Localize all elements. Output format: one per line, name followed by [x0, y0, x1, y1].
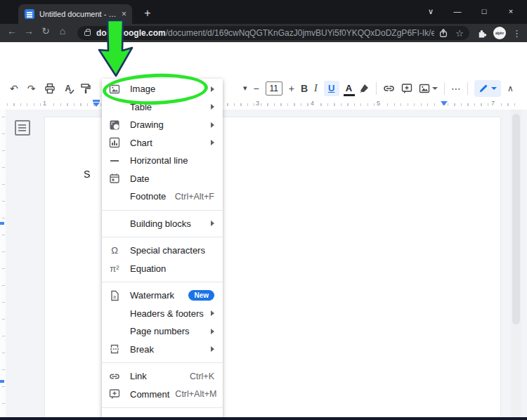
paint-format-icon[interactable] — [80, 83, 91, 94]
horizontal-ruler[interactable]: 1 2 3 4 5 6 7 — [0, 99, 527, 110]
insert-link-icon[interactable] — [383, 83, 395, 94]
submenu-arrow-icon — [211, 140, 214, 145]
bookmark-star-icon[interactable]: ☆ — [455, 28, 464, 39]
docs-favicon — [25, 9, 34, 19]
show-document-outline-icon[interactable] — [15, 120, 30, 136]
menu-item-label: Drawing — [130, 119, 205, 130]
menu-item-chart[interactable]: Chart — [102, 134, 223, 152]
link-icon — [109, 371, 120, 382]
window-controls: ∨ — □ × — [417, 0, 524, 22]
tab-search-icon[interactable]: ∨ — [417, 7, 444, 16]
redo-icon[interactable]: ↷ — [27, 83, 36, 94]
pencil-edit-icon — [479, 84, 488, 93]
menu-item-headers-footers[interactable]: Headers & footers — [102, 305, 223, 323]
more-toolbar-options-icon[interactable]: ⋯ — [451, 83, 461, 94]
bottom-margin-marker[interactable] — [0, 380, 4, 383]
add-comment-icon[interactable] — [401, 83, 412, 94]
document-text-fragment[interactable]: S — [84, 169, 90, 180]
extensions-puzzle-icon[interactable] — [476, 28, 487, 39]
menu-item-special-characters[interactable]: Ω Special characters — [102, 242, 223, 260]
hide-menus-chevron-icon[interactable]: ∧ — [507, 84, 514, 93]
styles-dropdown-caret-icon[interactable]: ▾ — [243, 84, 247, 93]
browser-menu-icon[interactable]: ⋮ — [512, 28, 526, 39]
text-color-button[interactable]: A — [346, 83, 352, 93]
ruler-number: 4 — [309, 100, 315, 107]
address-bar[interactable]: docs.google.com/document/d/169cwNqQGTKnG… — [77, 26, 469, 40]
decrease-font-size-button[interactable]: − — [254, 83, 259, 94]
url-domain: docs.google.com — [96, 28, 166, 38]
minimize-button[interactable]: — — [444, 7, 471, 15]
vertical-ruler[interactable] — [0, 110, 6, 420]
menu-item-comment[interactable]: Comment Ctrl+Alt+M — [102, 386, 223, 404]
vertical-scrollbar[interactable] — [511, 110, 521, 420]
editing-mode-button[interactable] — [474, 80, 501, 97]
highlight-color-icon[interactable] — [358, 83, 370, 94]
forward-icon[interactable]: → — [21, 25, 37, 37]
menu-item-label: Table — [130, 102, 205, 112]
date-icon — [109, 173, 120, 184]
menu-item-break[interactable]: Break — [102, 341, 223, 359]
bold-button[interactable]: B — [301, 83, 308, 94]
ruler-number: 3 — [254, 100, 261, 107]
menu-separator — [102, 237, 223, 237]
increase-font-size-button[interactable]: + — [289, 83, 294, 94]
undo-icon[interactable]: ↶ — [10, 83, 18, 94]
menu-item-building-blocks[interactable]: Building blocks — [102, 215, 223, 233]
insert-image-button[interactable] — [419, 83, 438, 94]
screenshot-bottom-border — [0, 417, 527, 420]
menu-item-equation[interactable]: π² Equation — [102, 260, 223, 278]
menu-item-shortcut: Ctrl+Alt+F — [175, 192, 214, 202]
page-url[interactable]: docs.google.com/document/d/169cwNqQGTKnG… — [96, 28, 434, 38]
maximize-button[interactable]: □ — [471, 7, 497, 15]
back-icon[interactable]: ← — [4, 25, 20, 37]
spellcheck-icon[interactable]: A — [65, 84, 71, 93]
ruler-number: 5 — [375, 100, 382, 107]
tab-title: Untitled document - Google Doc — [39, 10, 119, 18]
first-line-indent-marker[interactable] — [93, 100, 100, 102]
menu-item-table[interactable]: Table — [102, 98, 223, 117]
menu-item-drawing[interactable]: Drawing — [102, 116, 223, 134]
chevron-down-icon — [491, 87, 497, 90]
tab-close-icon[interactable]: × — [122, 9, 126, 19]
menu-item-link[interactable]: Link Ctrl+K — [102, 367, 223, 386]
underline-button[interactable]: U — [324, 81, 339, 96]
profile-avatar[interactable]: alphr — [493, 27, 506, 39]
new-tab-button[interactable]: + — [139, 6, 156, 22]
new-badge: New — [188, 290, 214, 301]
menu-item-watermark[interactable]: a Watermark New — [102, 287, 223, 305]
menu-item-footnote[interactable]: Footnote Ctrl+Alt+F — [102, 188, 223, 206]
menu-item-label: Break — [130, 344, 205, 355]
submenu-arrow-icon — [211, 346, 214, 352]
page-break-icon — [109, 343, 120, 355]
share-page-icon[interactable] — [438, 28, 448, 38]
menu-item-horizontal-line[interactable]: Horizontal line — [102, 152, 223, 170]
menu-item-shortcut: Ctrl+K — [190, 372, 214, 381]
print-icon[interactable] — [44, 83, 56, 94]
menu-item-image[interactable]: Image — [102, 80, 223, 98]
menu-item-date[interactable]: Date — [102, 170, 223, 188]
menu-separator — [102, 282, 223, 282]
menu-item-label: Page numbers — [130, 326, 205, 336]
left-indent-marker[interactable] — [93, 103, 100, 107]
comment-icon — [109, 388, 120, 400]
menu-item-page-numbers[interactable]: Page numbers — [102, 322, 223, 341]
reload-icon[interactable]: ↻ — [38, 25, 53, 37]
close-button[interactable]: × — [497, 7, 524, 15]
horizontal-line-icon — [109, 155, 120, 166]
home-icon[interactable]: ⌂ — [55, 25, 70, 37]
docs-toolbar: ↶ ↷ A ▾ − 11 + B I U A — [0, 77, 527, 99]
top-margin-marker[interactable] — [0, 222, 4, 225]
browser-tab[interactable]: Untitled document - Google Doc × — [18, 4, 132, 24]
submenu-arrow-icon — [211, 221, 214, 226]
right-indent-marker[interactable] — [441, 101, 448, 105]
menu-item-label: Comment — [130, 389, 169, 400]
italic-button[interactable]: I — [314, 83, 318, 94]
submenu-arrow-icon — [211, 86, 214, 92]
font-size-input[interactable]: 11 — [266, 81, 282, 96]
submenu-arrow-icon — [211, 104, 214, 110]
browser-navbar: ← → ↻ ⌂ docs.google.com/document/d/169cw… — [0, 24, 527, 42]
scrollbar-thumb[interactable] — [512, 114, 520, 324]
browser-actions: alphr ⋮ — [476, 25, 526, 41]
svg-text:a: a — [113, 294, 116, 298]
chart-icon — [109, 137, 120, 148]
